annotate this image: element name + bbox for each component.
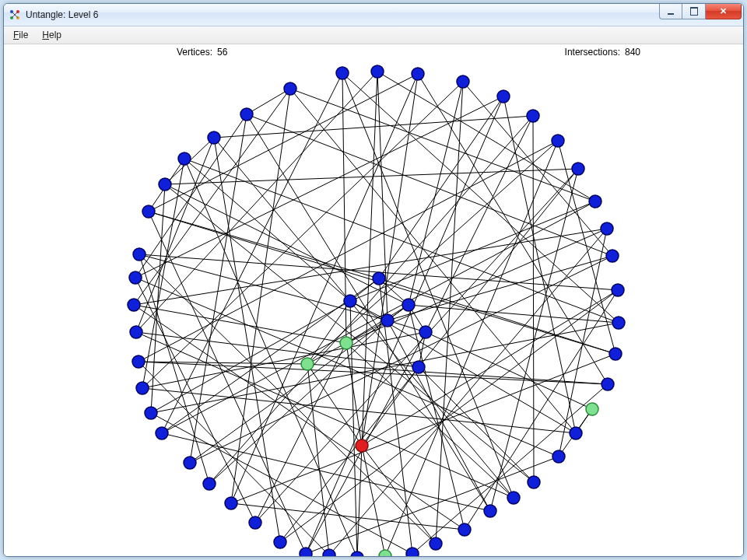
minimize-button[interactable]	[659, 4, 682, 19]
graph-vertex[interactable]	[159, 178, 171, 191]
graph-vertex[interactable]	[178, 152, 191, 165]
graph-vertex[interactable]	[379, 550, 391, 556]
graph-vertex[interactable]	[419, 326, 432, 338]
vertices-label: Vertices:	[177, 47, 212, 58]
stats-row: Vertices: 56 Intersections: 840	[4, 44, 743, 60]
graph-edge	[135, 278, 255, 523]
graph-svg[interactable]	[4, 60, 743, 556]
graph-edge	[409, 82, 463, 305]
title-bar[interactable]: Untangle: Level 6 ✕	[4, 4, 743, 26]
graph-vertex[interactable]	[274, 536, 286, 548]
graph-vertex[interactable]	[136, 382, 149, 394]
graph-edge	[151, 323, 619, 413]
graph-vertex[interactable]	[371, 65, 384, 78]
graph-vertex[interactable]	[484, 505, 496, 517]
graph-vertex[interactable]	[497, 90, 510, 103]
graph-edge	[134, 89, 290, 305]
graph-edge	[214, 138, 280, 542]
app-window: Untangle: Level 6 ✕ File Help Vertices: …	[3, 3, 744, 557]
graph-vertex[interactable]	[203, 478, 216, 490]
menu-bar: File Help	[4, 26, 743, 44]
minimize-icon	[668, 9, 674, 15]
maximize-button[interactable]	[682, 4, 706, 19]
graph-vertex[interactable]	[300, 548, 312, 556]
graph-edge	[190, 256, 612, 463]
graph-vertex[interactable]	[284, 82, 296, 95]
graph-vertex[interactable]	[572, 163, 584, 175]
graph-edge	[463, 82, 612, 256]
graph-vertex[interactable]	[184, 457, 196, 469]
graph-vertex[interactable]	[249, 516, 261, 529]
graph-edge	[307, 364, 329, 555]
graph-edge	[503, 96, 576, 433]
menu-help[interactable]: Help	[36, 28, 68, 42]
maximize-icon	[690, 7, 698, 16]
graph-vertex[interactable]	[528, 476, 540, 488]
graph-edge	[139, 141, 558, 362]
graph-vertex[interactable]	[552, 135, 564, 147]
graph-vertex[interactable]	[208, 131, 220, 144]
graph-vertex[interactable]	[458, 523, 471, 536]
graph-vertex[interactable]	[586, 403, 598, 415]
graph-vertex[interactable]	[527, 110, 539, 122]
graph-edge	[409, 305, 465, 530]
graph-edge	[139, 362, 329, 555]
graph-vertex[interactable]	[412, 68, 424, 80]
graph-vertex[interactable]	[601, 222, 613, 235]
graph-vertex[interactable]	[240, 108, 253, 121]
graph-vertex[interactable]	[412, 361, 425, 373]
graph-vertex[interactable]	[145, 407, 157, 419]
graph-edge	[379, 278, 615, 354]
graph-vertex[interactable]	[552, 450, 565, 463]
graph-vertex[interactable]	[225, 497, 237, 509]
graph-vertex[interactable]	[351, 551, 363, 556]
graph-vertex[interactable]	[612, 284, 624, 296]
graph-vertex[interactable]	[128, 299, 140, 311]
graph-edge	[346, 343, 514, 498]
graph-edge	[134, 305, 346, 343]
graph-edge	[231, 354, 615, 503]
graph-edge	[490, 169, 578, 511]
close-button[interactable]: ✕	[706, 4, 742, 19]
graph-vertex[interactable]	[373, 272, 385, 285]
graph-vertex[interactable]	[601, 378, 614, 390]
graph-vertex[interactable]	[340, 337, 352, 349]
graph-vertex[interactable]	[570, 427, 582, 439]
graph-vertex[interactable]	[344, 295, 356, 307]
graph-vertex[interactable]	[323, 549, 335, 556]
graph-vertex[interactable]	[507, 492, 520, 504]
graph-edge	[142, 82, 463, 388]
graph-vertex[interactable]	[430, 537, 442, 550]
graph-vertex[interactable]	[356, 439, 368, 452]
graph-edge	[419, 367, 534, 482]
graph-vertex[interactable]	[402, 299, 415, 311]
graph-edge	[307, 301, 350, 364]
graph-vertex[interactable]	[156, 427, 168, 439]
graph-vertex[interactable]	[133, 248, 146, 261]
graph-vertex[interactable]	[129, 271, 142, 284]
graph-edge	[329, 229, 607, 555]
graph-vertex[interactable]	[381, 314, 394, 327]
graph-vertex[interactable]	[142, 205, 155, 218]
graph-vertices	[128, 65, 625, 556]
graph-edge	[412, 384, 608, 554]
graph-vertex[interactable]	[589, 195, 601, 208]
graph-vertex[interactable]	[336, 67, 349, 79]
graph-edge	[190, 114, 247, 463]
game-canvas[interactable]	[4, 60, 743, 556]
graph-vertex[interactable]	[457, 75, 469, 88]
menu-file-rest: ile	[19, 30, 28, 40]
intersections-value: 840	[625, 47, 640, 58]
vertices-value: 56	[217, 47, 227, 58]
graph-vertex[interactable]	[132, 355, 145, 368]
graph-vertex[interactable]	[301, 358, 314, 370]
graph-vertex[interactable]	[406, 548, 419, 556]
graph-edge	[306, 96, 503, 554]
app-icon	[9, 9, 21, 21]
graph-vertex[interactable]	[130, 326, 142, 338]
graph-vertex[interactable]	[609, 348, 622, 360]
menu-file[interactable]: File	[7, 28, 34, 42]
graph-vertex[interactable]	[606, 250, 619, 262]
graph-edge	[379, 96, 503, 278]
graph-vertex[interactable]	[612, 317, 625, 329]
